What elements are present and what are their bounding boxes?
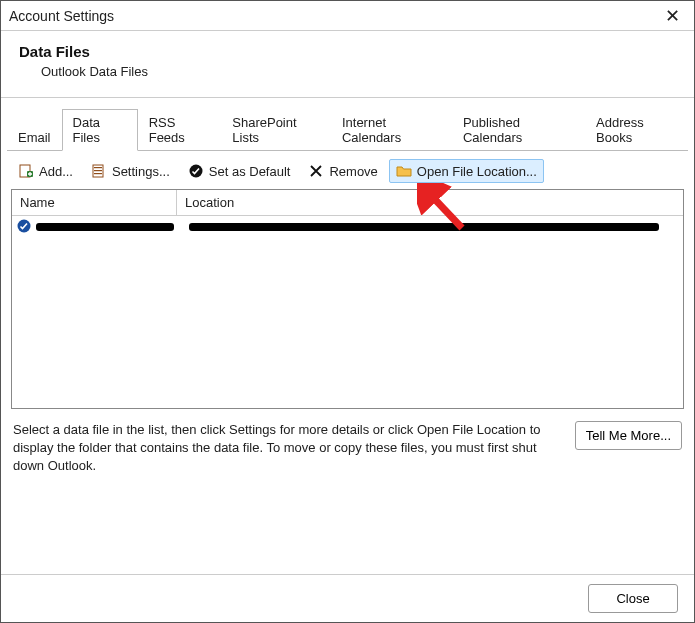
column-name[interactable]: Name (12, 190, 177, 215)
check-circle-icon (188, 163, 204, 179)
remove-button[interactable]: Remove (301, 159, 384, 183)
close-icon[interactable]: ✕ (659, 5, 686, 27)
add-button[interactable]: Add... (11, 159, 80, 183)
tab-internet-calendars[interactable]: Internet Calendars (331, 109, 452, 151)
settings-button[interactable]: Settings... (84, 159, 177, 183)
titlebar: Account Settings ✕ (1, 1, 694, 31)
add-label: Add... (39, 164, 73, 179)
set-default-button[interactable]: Set as Default (181, 159, 298, 183)
page-title: Data Files (19, 43, 676, 60)
settings-icon (91, 163, 107, 179)
settings-label: Settings... (112, 164, 170, 179)
toolbar: Add... Settings... Set as Default Remove… (1, 151, 694, 189)
tab-sharepoint-lists[interactable]: SharePoint Lists (221, 109, 331, 151)
dialog-header: Data Files Outlook Data Files (1, 31, 694, 98)
page-subtitle: Outlook Data Files (41, 64, 676, 79)
row-name-redacted (36, 219, 181, 234)
tab-email[interactable]: Email (7, 124, 62, 151)
svg-rect-4 (94, 170, 102, 171)
remove-x-icon (308, 163, 324, 179)
list-item[interactable] (12, 216, 683, 236)
svg-rect-5 (94, 173, 102, 174)
tab-data-files[interactable]: Data Files (62, 109, 138, 151)
tab-published-calendars[interactable]: Published Calendars (452, 109, 585, 151)
default-check-icon (16, 218, 32, 234)
svg-rect-3 (94, 167, 102, 168)
list-header: Name Location (12, 190, 683, 216)
dialog-footer: Close (1, 574, 694, 622)
add-file-icon (18, 163, 34, 179)
close-button[interactable]: Close (588, 584, 678, 613)
open-file-location-button[interactable]: Open File Location... (389, 159, 544, 183)
set-default-label: Set as Default (209, 164, 291, 179)
open-file-location-label: Open File Location... (417, 164, 537, 179)
hint-text: Select a data file in the list, then cli… (13, 421, 543, 476)
tell-me-more-button[interactable]: Tell Me More... (575, 421, 682, 450)
data-files-list[interactable]: Name Location (11, 189, 684, 409)
window-title: Account Settings (9, 8, 114, 24)
tab-address-books[interactable]: Address Books (585, 109, 688, 151)
tab-strip: Email Data Files RSS Feeds SharePoint Li… (1, 98, 694, 150)
folder-open-icon (396, 163, 412, 179)
column-location[interactable]: Location (177, 190, 683, 215)
tab-rss-feeds[interactable]: RSS Feeds (138, 109, 222, 151)
hint-row: Select a data file in the list, then cli… (1, 409, 694, 476)
remove-label: Remove (329, 164, 377, 179)
row-location-redacted (181, 219, 679, 234)
